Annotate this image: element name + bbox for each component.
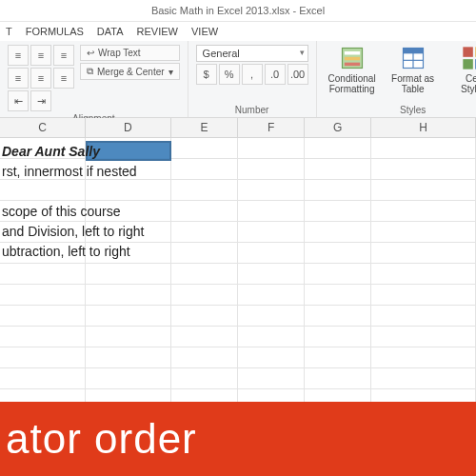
table-row[interactable] bbox=[0, 327, 476, 347]
align-middle-button[interactable]: ≡ bbox=[30, 45, 51, 66]
increase-decimal-button[interactable]: .0 bbox=[265, 64, 286, 85]
table-row[interactable] bbox=[0, 264, 476, 285]
tab-view[interactable]: VIEW bbox=[191, 26, 218, 37]
align-top-button[interactable]: ≡ bbox=[8, 45, 29, 66]
conditional-formatting-label: Conditional Formatting bbox=[328, 73, 376, 94]
title-bar: Basic Math in Excel 2013.xlsx - Excel bbox=[0, 0, 476, 22]
col-header-h[interactable]: H bbox=[371, 118, 476, 137]
selected-cell[interactable] bbox=[86, 141, 171, 161]
svg-rect-8 bbox=[463, 47, 473, 57]
tab-review[interactable]: REVIEW bbox=[137, 26, 178, 37]
svg-rect-3 bbox=[344, 63, 359, 67]
caption-banner: ator order bbox=[0, 402, 476, 476]
number-group-label: Number bbox=[196, 105, 308, 115]
merge-icon: ⧉ bbox=[87, 66, 93, 77]
wrap-text-icon: ↩ bbox=[87, 48, 94, 58]
table-row[interactable] bbox=[0, 306, 476, 327]
conditional-formatting-icon bbox=[339, 45, 366, 71]
table-row[interactable] bbox=[0, 243, 476, 264]
cell-styles-icon bbox=[461, 45, 476, 71]
chevron-down-icon: ▾ bbox=[169, 67, 173, 77]
align-right-button[interactable]: ≡ bbox=[53, 68, 74, 89]
col-header-d[interactable]: D bbox=[86, 118, 171, 137]
table-row[interactable] bbox=[0, 222, 476, 243]
table-row[interactable] bbox=[0, 138, 476, 159]
decrease-decimal-button[interactable]: .00 bbox=[288, 64, 308, 85]
tab-t[interactable]: T bbox=[6, 26, 12, 37]
format-as-table-label: Format as Table bbox=[391, 73, 434, 94]
col-header-g[interactable]: G bbox=[305, 118, 371, 137]
currency-button[interactable]: $ bbox=[196, 64, 217, 85]
align-left-button[interactable]: ≡ bbox=[8, 68, 29, 89]
align-bottom-button[interactable]: ≡ bbox=[53, 45, 74, 66]
comma-button[interactable]: , bbox=[242, 64, 263, 85]
align-center-button[interactable]: ≡ bbox=[30, 68, 51, 89]
table-icon bbox=[400, 45, 426, 71]
table-row[interactable] bbox=[0, 347, 476, 368]
cell-styles-button[interactable]: Cell Styles bbox=[446, 45, 476, 94]
ribbon: ≡ ≡ ≡ ≡ ≡ ≡ ⇤ ⇥ ↩ Wrap Text bbox=[0, 41, 476, 118]
merge-label: Merge & Center bbox=[97, 67, 165, 77]
indent-decrease-button[interactable]: ⇤ bbox=[8, 90, 29, 111]
table-row[interactable] bbox=[0, 368, 476, 389]
wrap-text-button[interactable]: ↩ Wrap Text bbox=[80, 45, 180, 61]
worksheet[interactable]: C D E F G H Dear Aunt Sally rst, innermo… bbox=[0, 118, 476, 423]
group-number: General $ % , .0 .00 Number bbox=[188, 41, 317, 117]
table-row[interactable] bbox=[0, 285, 476, 306]
table-row[interactable] bbox=[0, 159, 476, 180]
format-as-table-button[interactable]: Format as Table bbox=[386, 45, 441, 94]
caption-text: ator order bbox=[6, 415, 197, 463]
cell-styles-label: Cell Styles bbox=[461, 73, 476, 94]
wrap-text-label: Wrap Text bbox=[98, 48, 141, 58]
conditional-formatting-button[interactable]: Conditional Formatting bbox=[325, 45, 380, 94]
svg-rect-10 bbox=[463, 59, 473, 69]
group-alignment: ≡ ≡ ≡ ≡ ≡ ≡ ⇤ ⇥ ↩ Wrap Text bbox=[0, 41, 188, 117]
percent-button[interactable]: % bbox=[219, 64, 240, 85]
table-row[interactable] bbox=[0, 180, 476, 201]
styles-group-label: Styles bbox=[325, 105, 476, 115]
column-headers: C D E F G H bbox=[0, 118, 476, 138]
merge-center-button[interactable]: ⧉ Merge & Center ▾ bbox=[80, 63, 180, 80]
tab-formulas[interactable]: FORMULAS bbox=[26, 26, 84, 37]
number-format-value: General bbox=[203, 48, 240, 59]
col-header-e[interactable]: E bbox=[171, 118, 238, 137]
svg-rect-1 bbox=[344, 51, 359, 55]
col-header-c[interactable]: C bbox=[0, 118, 86, 137]
window-title: Basic Math in Excel 2013.xlsx - Excel bbox=[151, 5, 325, 16]
number-format-select[interactable]: General bbox=[196, 45, 308, 62]
svg-rect-2 bbox=[344, 57, 359, 61]
col-header-f[interactable]: F bbox=[238, 118, 305, 137]
tab-data[interactable]: DATA bbox=[97, 26, 124, 37]
ribbon-tabs: T FORMULAS DATA REVIEW VIEW bbox=[0, 22, 476, 41]
group-styles: Conditional Formatting Format as Table C… bbox=[317, 41, 476, 117]
indent-increase-button[interactable]: ⇥ bbox=[30, 90, 51, 111]
table-row[interactable] bbox=[0, 201, 476, 222]
